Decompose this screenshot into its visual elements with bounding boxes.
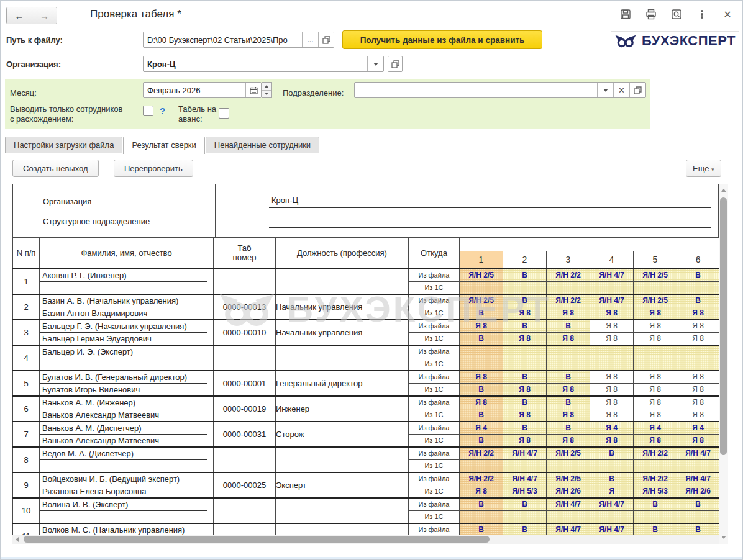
day-cell[interactable]: Я 8 xyxy=(590,332,634,345)
day-cell[interactable] xyxy=(503,358,547,371)
day-cell[interactable]: В xyxy=(590,472,634,485)
position-cell[interactable] xyxy=(276,269,409,294)
advance-checkbox[interactable] xyxy=(219,108,229,119)
day-cell[interactable]: В xyxy=(677,294,719,307)
day-cell[interactable]: В xyxy=(503,294,547,307)
employee-name-cell[interactable]: Бальцер И. Э. (Эксперт) xyxy=(40,345,214,371)
position-cell[interactable] xyxy=(276,498,409,523)
day-cell[interactable]: В xyxy=(634,498,677,511)
day-cell[interactable]: В xyxy=(547,396,590,409)
day-cell[interactable]: Я 8 xyxy=(677,396,719,409)
day-cell[interactable]: Я/Н 5/3 xyxy=(503,485,547,498)
day-cell[interactable]: Я 8 xyxy=(634,396,677,409)
day-cell[interactable]: В xyxy=(460,307,503,320)
day-cell[interactable]: Я 8 xyxy=(677,383,719,396)
day-cell[interactable]: Я 8 xyxy=(460,485,503,498)
day-cell[interactable]: Я 8 xyxy=(547,409,590,422)
day-cell[interactable]: Я/Н 2/5 xyxy=(634,269,677,282)
day-cell[interactable]: В xyxy=(503,396,547,409)
day-cell[interactable]: Я 4 xyxy=(460,422,503,435)
day-cell[interactable]: Я 8 xyxy=(590,409,634,422)
day-cell[interactable]: В xyxy=(677,269,719,282)
tab-number-cell[interactable]: 0000-00013 xyxy=(214,294,276,320)
day-cell[interactable]: Я 8 xyxy=(677,320,719,333)
day-cell[interactable]: Я 8 xyxy=(677,434,719,447)
tab-number-cell[interactable]: 0000-00010 xyxy=(214,320,276,345)
more-menu-button[interactable] xyxy=(695,7,709,21)
day-cell[interactable]: Я/Н 2/2 xyxy=(547,294,590,307)
day-cell[interactable]: Я 8 xyxy=(634,371,677,384)
day-cell[interactable] xyxy=(590,281,634,294)
day-cell[interactable]: Я 8 xyxy=(460,396,503,409)
recheck-button[interactable]: Перепроверить xyxy=(114,160,193,177)
day-cell[interactable] xyxy=(547,281,590,294)
day-cell[interactable]: Я 8 xyxy=(460,320,503,333)
day-cell[interactable]: Я 8 xyxy=(590,396,634,409)
day-cell[interactable] xyxy=(460,459,503,472)
day-cell[interactable] xyxy=(460,281,503,294)
position-cell[interactable] xyxy=(276,447,409,472)
day-cell[interactable]: Я 8 xyxy=(590,383,634,396)
day-cell[interactable]: Я/Н 2/2 xyxy=(634,472,677,485)
day-cell[interactable]: Я/Н 4/7 xyxy=(503,472,547,485)
create-absence-button[interactable]: Создать невыход xyxy=(12,160,99,177)
day-cell[interactable]: В xyxy=(547,371,590,384)
employee-name-cell[interactable]: Ваньков А. М. (Диспетчер)Ваньков Алексан… xyxy=(40,422,214,447)
day-cell[interactable]: Я 8 xyxy=(677,307,719,320)
day-cell[interactable]: В xyxy=(547,320,590,333)
day-cell[interactable]: Я/Н 2/2 xyxy=(547,269,590,282)
row-number-cell[interactable]: 7 xyxy=(13,422,40,447)
month-calendar-button[interactable] xyxy=(245,83,261,97)
day-cell[interactable]: Я 4 xyxy=(677,422,719,435)
file-path-input[interactable]: D:\00 Бухэксперт\02 Статьи\2025\Про xyxy=(144,32,302,47)
day-cell[interactable]: Я 8 xyxy=(503,409,547,422)
day-cell[interactable] xyxy=(634,281,677,294)
employee-name-cell[interactable]: Ведов М. А. (Диспетчер) xyxy=(40,447,214,472)
day-cell[interactable] xyxy=(677,459,719,472)
day-cell[interactable] xyxy=(547,345,590,358)
day-cell[interactable]: Я 8 xyxy=(634,332,677,345)
day-cell[interactable]: Я/Н 2/5 xyxy=(634,294,677,307)
day-cell[interactable]: Я/Н 4/7 xyxy=(547,498,590,511)
tab-number-cell[interactable] xyxy=(214,345,276,371)
tab-number-cell[interactable]: 0000-00001 xyxy=(214,371,276,396)
scroll-up-arrow-icon[interactable] xyxy=(721,189,726,192)
day-cell[interactable]: Я/Н 4/7 xyxy=(590,498,634,511)
department-input[interactable] xyxy=(355,83,597,97)
tab-compare-result[interactable]: Результат сверки xyxy=(123,137,204,154)
day-cell[interactable]: Я 8 xyxy=(547,383,590,396)
row-number-cell[interactable]: 3 xyxy=(13,320,40,345)
day-cell[interactable]: В xyxy=(677,523,719,535)
day-cell[interactable]: Я 8 xyxy=(460,371,503,384)
day-cell[interactable]: Я/Н 4/7 xyxy=(503,447,547,460)
day-cell[interactable]: Я/Н 4/7 xyxy=(590,523,634,535)
employee-name-cell[interactable]: Войцехович И. Б. (Ведущий эксперт)Рязано… xyxy=(40,472,214,498)
day-cell[interactable] xyxy=(634,459,677,472)
day-cell[interactable]: Я/Н 4/7 xyxy=(547,523,590,535)
day-cell[interactable] xyxy=(460,510,503,523)
department-clear-button[interactable]: ✕ xyxy=(613,83,629,97)
file-path-browse-button[interactable]: ... xyxy=(302,32,318,47)
day-cell[interactable]: В xyxy=(460,434,503,447)
day-cell[interactable]: В xyxy=(634,523,677,535)
day-cell[interactable]: Я/Н 2/5 xyxy=(460,294,503,307)
row-number-cell[interactable]: 1 xyxy=(13,269,40,294)
row-number-cell[interactable]: 11 xyxy=(13,523,40,535)
day-cell[interactable]: В xyxy=(460,409,503,422)
get-data-compare-button[interactable]: Получить данные из файла и сравнить xyxy=(342,30,542,49)
tab-number-cell[interactable] xyxy=(214,523,276,535)
scroll-left-arrow-icon[interactable] xyxy=(16,537,19,542)
department-open-button[interactable] xyxy=(629,83,645,97)
day-cell[interactable] xyxy=(503,510,547,523)
employee-name-cell[interactable]: Булатов И. В. (Генеральный директор)Була… xyxy=(40,371,214,396)
day-cell[interactable]: Я/Н 2/5 xyxy=(547,472,590,485)
tab-number-cell[interactable]: 0000-00019 xyxy=(214,396,276,422)
tab-number-cell[interactable] xyxy=(214,269,276,294)
employee-name-cell[interactable]: Бальцер Г. Э. (Начальник управления)Баль… xyxy=(40,320,214,345)
day-cell[interactable] xyxy=(634,345,677,358)
day-cell[interactable] xyxy=(677,358,719,371)
close-button[interactable]: ✕ xyxy=(721,7,734,21)
preview-button[interactable] xyxy=(670,7,683,21)
employee-name-cell[interactable]: Волков М. С. (Начальник управления) xyxy=(40,523,214,535)
more-actions-button[interactable]: Еще ▾ xyxy=(686,160,721,177)
